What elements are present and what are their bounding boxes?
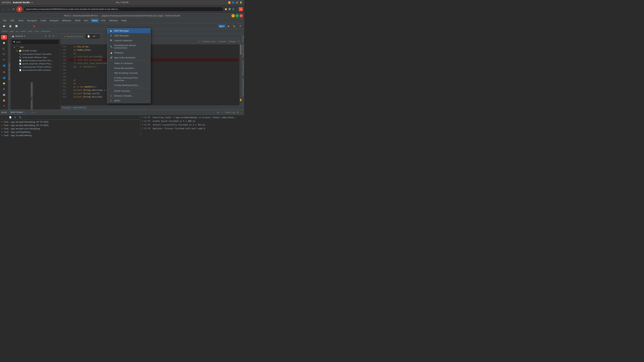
activity-stackoverflow[interactable]: S [1,35,7,39]
activity-android[interactable]: 🤖 [1,92,7,97]
code-editor[interactable]: pr_sku_array; pr_human_play}; pr // roid… [68,44,240,106]
app-name-label[interactable]: Android Studio [13,1,30,4]
extension-icon[interactable]: 🧩 [228,8,231,10]
menu-firebase[interactable]: 🔥 Firebase [107,50,150,55]
project-search-input[interactable] [16,41,58,43]
menu-generate-javadoc[interactable]: Generate JavaDoc... [107,66,150,70]
resource-manager-sidebar[interactable]: Resource Manager [8,33,10,110]
bookmark-icon[interactable]: ⭐ [224,8,227,10]
menu-tools[interactable]: Tools [90,18,99,22]
match-case-option[interactable]: Match Case [201,40,216,43]
menu-ide-scripting[interactable]: IDE Scripting Console [107,70,150,75]
breadcrumb-src[interactable]: src [16,30,19,32]
browser-menu-icon[interactable]: ⋮ [236,8,238,10]
menu-troubleshoot-device[interactable]: 🔧 Troubleshoot device connections [107,43,150,50]
toolbar-forward-button[interactable]: → [26,24,31,28]
menu-desktop-entry[interactable]: Create Desktop Entry... [107,83,150,88]
menu-groovy[interactable]: G Groovy Console... [107,93,150,98]
collapse-button[interactable]: ☰ [48,34,51,38]
debug-button[interactable]: 🐛 [232,24,237,28]
breadcrumb-com[interactable]: com [34,30,39,32]
toolbar-save-button[interactable]: 💾 [8,24,13,28]
build-trash-button[interactable]: 🗑 [13,115,18,119]
breadcrumb-main[interactable]: main [21,30,26,32]
profile-icon[interactable]: 👤 [232,8,234,10]
browser-close-button[interactable]: × [239,7,243,11]
toolbar-sync-button[interactable]: 🔄 [14,24,19,28]
menu-file[interactable]: File [1,18,8,22]
activity-apps[interactable]: ⚙ [1,87,7,91]
build-scroll-up[interactable]: ↑ [0,115,4,119]
menu-kotlin[interactable]: K Kotlin › [107,98,150,103]
dropdown-arrow[interactable]: ▾ [32,1,32,4]
activity-tags[interactable]: 🏷 [1,57,7,62]
menu-vcs[interactable]: VCS [100,18,107,22]
run-button[interactable]: ▶ [226,24,231,28]
activity-terminal[interactable]: $_ [1,46,7,51]
tab-xml[interactable]: 📄 ...ml × [85,34,100,39]
layout-captures-sidebar[interactable]: Layout Captures [30,82,33,97]
panel-minimize-button[interactable]: − [220,110,223,114]
toolbar-folder-icon[interactable]: 📁 [1,24,7,28]
browser-refresh-button[interactable]: ↺ [12,7,16,11]
flutter-outline-label[interactable]: Flutter Outline [242,43,244,59]
breadcrumb-chiarama[interactable]: chiarama [41,30,50,32]
hide-panel-button[interactable]: − [56,34,59,38]
menu-code[interactable]: Code [39,18,48,22]
tab-build-output[interactable]: Build Output × [9,110,28,114]
activity-stack[interactable]: SO [1,52,7,56]
menu-edit[interactable]: Edit [9,18,16,22]
activity-first25[interactable]: ⭐ [1,81,7,86]
tab-sync[interactable]: Sync × [28,111,39,114]
tab-play-activity[interactable]: ☕ PlayActivity.java [62,34,85,39]
tree-item-gradle-wrapper[interactable]: 📄 gradle-wrapper.properties (Gra... [10,59,60,62]
scrollbar-area[interactable] [240,44,242,106]
structure-sidebar[interactable]: 7: Structure [30,97,33,114]
menu-cmd-launcher[interactable]: Create Command-line Launcher... [107,75,150,83]
event-log-minimize-button[interactable]: − [240,110,243,114]
menu-analyze[interactable]: Analyze [48,18,60,22]
sync-close[interactable]: × [36,112,38,113]
file-breadcrumb-anon[interactable]: ANONYMOUS [73,107,86,109]
tree-item-build-gradle-project[interactable]: 🔧 build.gradle (Project: PentolOS) [10,53,60,56]
settings-gear-button[interactable]: ⚙ [52,34,55,38]
menu-help[interactable]: Help [120,18,128,22]
minimize-button[interactable]: − [232,14,235,17]
build-wrench-button[interactable]: 🔧 [18,115,23,119]
panel-settings-button[interactable]: ⚙ [216,110,220,114]
activity-users[interactable]: 👥 [1,63,7,68]
breadcrumb-app[interactable]: app [10,30,14,32]
file-breadcrumb-fiveto[interactable]: FivetoGo [62,107,71,109]
build-scroll-down[interactable]: ↓ [4,115,8,119]
menu-view[interactable]: View [16,18,25,22]
profile-button[interactable]: ⏱ [238,24,243,28]
menu-build[interactable]: Build [73,18,82,22]
build-output-close[interactable]: × [24,111,26,113]
maximize-button[interactable]: □ [236,14,239,17]
tree-item-build-gradle-app[interactable]: 🔧 build.gradle (Module: app) [10,56,60,59]
menu-refactor[interactable]: Refactor [60,18,73,22]
breadcrumb-java[interactable]: java [28,30,32,32]
regex-help-button[interactable]: ? [238,40,240,43]
menu-sdk-manager[interactable]: ⚙ SDK Manager [107,33,150,38]
expand-icon[interactable]: ⟩⟩ [198,40,200,43]
match-case-checkbox[interactable] [201,40,203,42]
tree-item-gradle-scripts[interactable]: ▼ 📁 Gradle Scripts [10,49,60,53]
browser-url-input[interactable] [24,7,224,11]
menu-run[interactable]: Run [82,18,90,22]
browser-back-button[interactable]: ← [1,7,5,11]
browser-forward-button[interactable]: → [6,7,10,11]
menu-app-links[interactable]: 🔗 App Links Assistant [107,55,150,60]
scrollbar-thumb[interactable] [240,44,241,55]
menu-layout-inspector[interactable]: 🔍 Layout Inspector [107,38,150,43]
activity-firefox[interactable]: 🦊 [1,98,7,103]
breadcrumb-pento[interactable]: Pento [2,30,8,32]
menu-avd-manager[interactable]: ▶ AVD Manager [107,28,150,33]
activity-grid[interactable]: ⠿ [1,104,7,108]
menu-window[interactable]: Window [108,18,120,22]
project-search-bar[interactable]: 🔍 [12,39,59,44]
regex-option[interactable]: Regex [227,40,236,43]
menu-navigate[interactable]: Navigate [26,18,38,22]
structure-label[interactable]: 7: Structure [31,100,32,110]
toolbar-back-button[interactable]: ← [20,24,25,28]
